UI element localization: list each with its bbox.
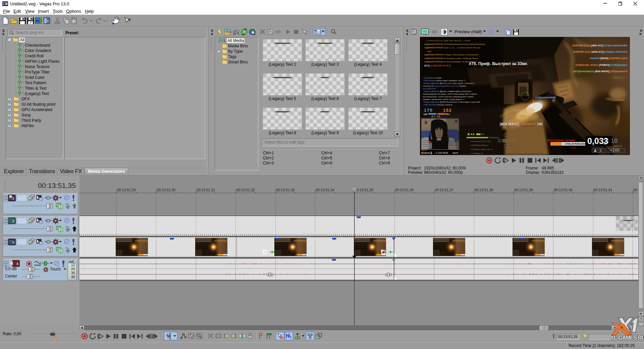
svg-text:?: ?	[30, 21, 32, 24]
svg-text:?: ?	[128, 17, 131, 22]
